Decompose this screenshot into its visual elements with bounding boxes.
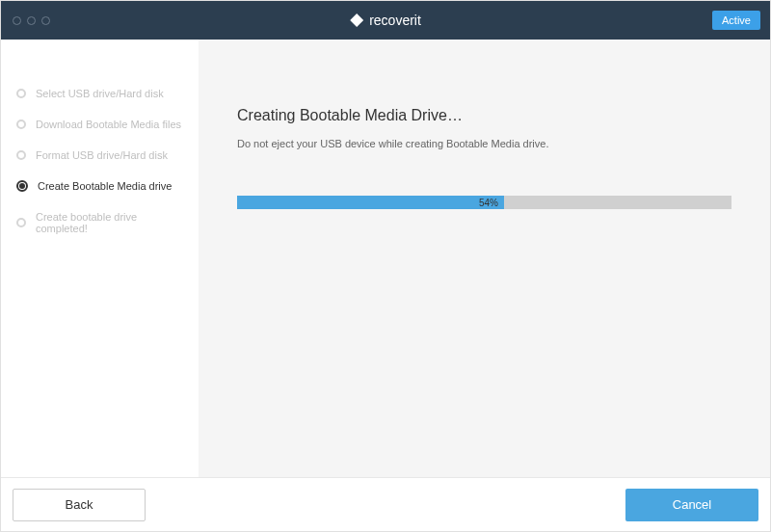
step-label: Download Bootable Media files (36, 119, 181, 130)
app-window: recoverit Active Select USB drive/Hard d… (0, 0, 771, 532)
active-badge[interactable]: Active (712, 11, 760, 30)
maximize-window-button[interactable] (41, 16, 50, 25)
sidebar-step-format: Format USB drive/Hard disk (16, 140, 183, 171)
content-area: Select USB drive/Hard disk Download Boot… (1, 40, 770, 477)
back-button[interactable]: Back (13, 489, 146, 521)
diamond-icon (350, 13, 363, 27)
sidebar-step-completed: Create bootable drive completed! (16, 201, 183, 244)
main-panel: Creating Bootable Media Drive… Do not ej… (199, 40, 770, 477)
titlebar: recoverit Active (1, 1, 770, 40)
step-label: Format USB drive/Hard disk (36, 149, 168, 161)
sidebar-step-create-drive: Create Bootable Media drive (16, 171, 183, 201)
step-label: Create bootable drive completed! (36, 211, 183, 234)
footer: Back Cancel (1, 477, 770, 531)
step-indicator-icon (16, 218, 26, 227)
step-label: Select USB drive/Hard disk (36, 88, 164, 99)
main-title: Creating Bootable Media Drive… (237, 107, 731, 124)
progress-label: 54% (479, 198, 498, 208)
progress-bar: 54% (237, 196, 731, 209)
step-indicator-icon (16, 150, 26, 160)
progress-fill: 54% (237, 196, 504, 209)
close-window-button[interactable] (13, 16, 21, 25)
sidebar: Select USB drive/Hard disk Download Boot… (1, 40, 199, 477)
minimize-window-button[interactable] (27, 16, 36, 25)
sidebar-step-download: Download Bootable Media files (16, 109, 183, 140)
step-indicator-icon (16, 89, 26, 98)
main-subtitle: Do not eject your USB device while creat… (237, 138, 731, 149)
app-logo: recoverit (350, 13, 421, 28)
step-indicator-active-icon (16, 180, 28, 192)
app-name: recoverit (369, 13, 421, 28)
sidebar-step-select-drive: Select USB drive/Hard disk (16, 78, 183, 109)
window-controls (13, 16, 50, 25)
step-indicator-icon (16, 120, 26, 129)
cancel-button[interactable]: Cancel (625, 489, 758, 521)
step-label: Create Bootable Media drive (38, 180, 172, 192)
